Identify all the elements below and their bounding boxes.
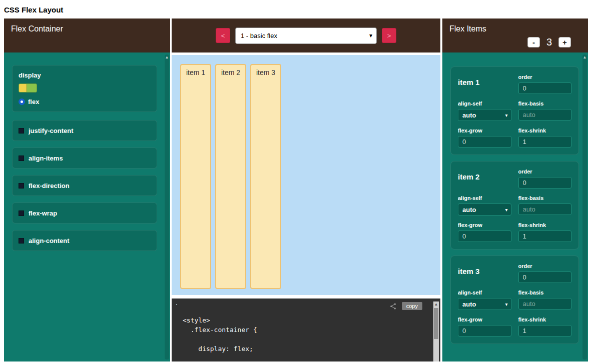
justify-content-label: justify-content [29, 127, 74, 134]
order-label: order [518, 168, 572, 174]
flex-basis-input[interactable] [518, 204, 572, 215]
flex-shrink-label: flex-shrink [518, 128, 572, 134]
display-label: display [19, 72, 151, 79]
flex-items-panel: Flex Items - 3 + item 1 order align-sel [442, 18, 588, 362]
code-panel: . copy <s [172, 298, 440, 362]
item-card: item 1 order align-self auto ▾ [450, 66, 579, 155]
align-self-select[interactable]: auto [458, 298, 511, 310]
flex-shrink-input[interactable] [518, 325, 572, 336]
code-scrollbar-thumb[interactable] [434, 308, 438, 339]
flex-items-header: Flex Items - 3 + [442, 18, 588, 52]
add-item-button[interactable]: + [558, 37, 571, 48]
align-self-label: align-self [458, 290, 511, 296]
flex-wrap-checkbox[interactable] [19, 210, 24, 216]
align-self-select[interactable]: auto [458, 109, 511, 121]
flex-basis-field: flex-basis [518, 100, 572, 121]
align-items-checkbox[interactable] [19, 156, 24, 161]
order-input[interactable] [518, 177, 572, 188]
flex-container-body: display flex justify-content align-item [4, 52, 170, 362]
align-content-checkbox[interactable] [19, 238, 24, 244]
right-panel-scrollbar[interactable]: ▲ [582, 54, 587, 360]
next-example-button[interactable]: > [382, 28, 396, 43]
display-flex-option[interactable]: flex [19, 98, 151, 106]
flex-shrink-input[interactable] [518, 230, 572, 242]
preview-item-2: item 2 [215, 64, 246, 289]
flex-grow-field: flex-grow [458, 128, 511, 148]
item-count: 3 [546, 36, 552, 48]
flex-direction-label: flex-direction [29, 182, 70, 190]
justify-content-checkbox[interactable] [19, 128, 24, 134]
order-label: order [518, 263, 572, 269]
remove-item-button[interactable]: - [527, 37, 540, 48]
order-field: order [518, 168, 572, 188]
example-select[interactable]: 1 - basic flex [235, 28, 377, 44]
preview-item-3: item 3 [250, 64, 281, 289]
code-scrollbar[interactable]: ▲ [433, 302, 439, 362]
order-field: order [518, 263, 572, 283]
flex-grow-input[interactable] [458, 136, 511, 148]
flex-radio[interactable] [19, 98, 25, 105]
scroll-up-icon[interactable]: ▲ [433, 302, 439, 308]
main-columns: Flex Container display flex justify-cont… [4, 18, 600, 362]
flex-basis-field: flex-basis [518, 290, 572, 310]
flex-grow-input[interactable] [458, 325, 511, 336]
align-self-field: align-self auto ▾ [458, 195, 511, 216]
flex-shrink-label: flex-shrink [518, 316, 572, 322]
align-self-field: align-self auto ▾ [458, 290, 511, 310]
flex-shrink-field: flex-shrink [518, 222, 572, 242]
option-flex-wrap[interactable]: flex-wrap [12, 202, 157, 224]
option-flex-direction[interactable]: flex-direction [12, 175, 157, 196]
order-input[interactable] [518, 272, 572, 283]
item-name: item 1 [458, 74, 511, 94]
display-toggle-knob [19, 84, 27, 92]
left-panel-scrollbar[interactable]: ▲ [165, 54, 169, 360]
flex-grow-label: flex-grow [458, 128, 511, 134]
preview-item-1: item 1 [180, 64, 211, 289]
code-line: display: flex; [183, 344, 440, 354]
item-card: item 3 order align-self auto ▾ [450, 256, 579, 344]
flex-shrink-field: flex-shrink [518, 128, 572, 148]
example-switcher: < 1 - basic flex ▾ > [172, 18, 440, 52]
option-align-items[interactable]: align-items [12, 148, 157, 168]
flex-grow-input[interactable] [458, 230, 511, 242]
flex-grow-label: flex-grow [458, 316, 511, 322]
align-items-label: align-items [29, 154, 63, 162]
align-self-label: align-self [458, 195, 511, 201]
generated-css-code: <style> .flex-container { display: flex; [183, 316, 440, 354]
option-align-content[interactable]: align-content [12, 230, 157, 251]
scroll-up-icon[interactable]: ▲ [165, 54, 169, 60]
display-card: display flex [12, 65, 157, 112]
flex-preview: item 1 item 2 item 3 [172, 55, 440, 295]
flex-basis-field: flex-basis [518, 195, 572, 216]
order-field: order [518, 74, 572, 94]
align-self-select[interactable]: auto [458, 204, 511, 216]
flex-container-title: Flex Container [11, 24, 63, 33]
code-bullet: . [176, 299, 178, 306]
flex-container-header: Flex Container [4, 18, 170, 52]
display-toggle[interactable] [19, 84, 37, 92]
flex-basis-label: flex-basis [518, 290, 572, 296]
copy-button[interactable]: copy [402, 302, 422, 310]
flex-shrink-input[interactable] [518, 136, 572, 148]
flex-grow-field: flex-grow [458, 316, 511, 336]
flex-basis-input[interactable] [518, 109, 572, 120]
flex-items-body: item 1 order align-self auto ▾ [442, 52, 588, 362]
flex-grow-field: flex-grow [458, 222, 511, 242]
order-input[interactable] [518, 82, 572, 94]
flex-basis-input[interactable] [518, 298, 572, 310]
code-toolbar: copy [172, 298, 440, 310]
flex-basis-label: flex-basis [518, 195, 572, 201]
flex-shrink-label: flex-shrink [518, 222, 572, 228]
prev-example-button[interactable]: < [216, 28, 230, 43]
share-icon[interactable] [389, 302, 397, 310]
preview-column: < 1 - basic flex ▾ > item 1 item 2 item … [172, 18, 440, 362]
code-line: .flex-container { [183, 325, 440, 334]
flex-container-panel: Flex Container display flex justify-cont… [4, 18, 170, 362]
flex-shrink-field: flex-shrink [518, 316, 572, 336]
flex-direction-checkbox[interactable] [19, 183, 24, 188]
option-justify-content[interactable]: justify-content [12, 120, 157, 141]
order-label: order [518, 74, 572, 80]
flex-radio-label: flex [28, 98, 39, 106]
item-card: item 2 order align-self auto ▾ [450, 161, 579, 250]
scroll-up-icon[interactable]: ▲ [582, 54, 587, 60]
